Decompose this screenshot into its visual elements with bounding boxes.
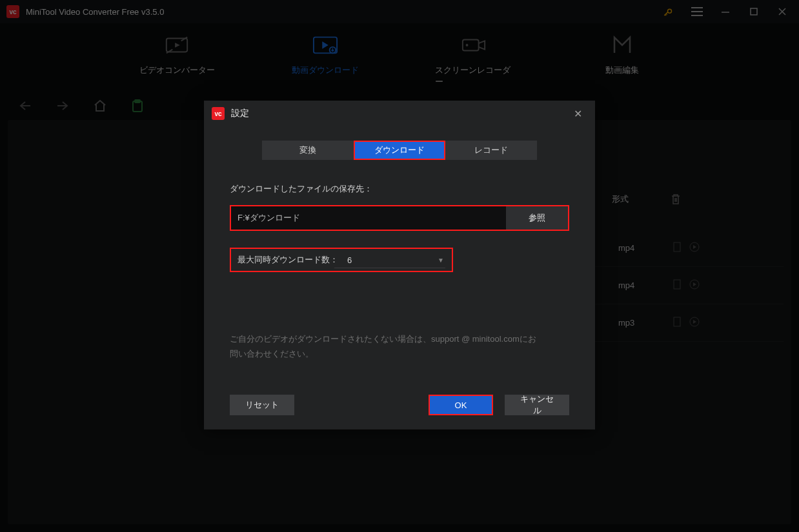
main-nav: ビデオコンバーター 動画ダウンロード スクリーンレコーダー 動画編集 [0, 23, 799, 92]
forward-icon[interactable] [56, 99, 70, 113]
svg-marker-2 [175, 43, 180, 48]
svg-marker-18 [693, 320, 696, 324]
svg-rect-13 [674, 280, 680, 289]
dialog-header: vc 設定 ✕ [204, 101, 595, 126]
dialog-footer: リセット OK キャンセル [230, 395, 569, 415]
svg-rect-10 [674, 242, 680, 251]
col-format: 形式 [612, 193, 651, 217]
nav-editor[interactable]: 動画編集 [583, 35, 661, 92]
play-circle-icon[interactable] [689, 317, 700, 329]
nav-recorder[interactable]: スクリーンレコーダー [435, 35, 512, 92]
app-title: MiniTool Video Converter Free v3.5.0 [26, 7, 164, 17]
maximize-icon[interactable] [740, 0, 768, 23]
title-bar: vc MiniTool Video Converter Free v3.5.0 [0, 0, 799, 23]
svg-rect-0 [751, 8, 757, 15]
reset-button[interactable]: リセット [230, 395, 294, 415]
dialog-logo-icon: vc [212, 107, 225, 120]
recorder-icon [461, 35, 487, 55]
cancel-button[interactable]: キャンセル [505, 395, 569, 415]
dialog-tabs: 変換 ダウンロード レコード [204, 141, 595, 160]
nav-recorder-label: スクリーンレコーダー [435, 64, 512, 88]
nav-editor-label: 動画編集 [605, 64, 639, 76]
home-icon[interactable] [93, 99, 107, 113]
editor-icon [609, 35, 635, 55]
settings-dialog: vc 設定 ✕ 変換 ダウンロード レコード ダウンロードしたファイルの保存先：… [204, 101, 595, 429]
back-icon[interactable] [18, 99, 32, 113]
nav-converter-label: ビデオコンバーター [139, 64, 215, 76]
file-icon[interactable] [673, 317, 683, 329]
nav-download[interactable]: 動画ダウンロード [287, 35, 364, 92]
file-icon[interactable] [673, 279, 683, 291]
hamburger-icon[interactable] [683, 0, 711, 23]
app-logo-icon: vc [6, 5, 19, 18]
max-downloads-label: 最大同時ダウンロード数： [238, 254, 338, 266]
svg-rect-6 [463, 39, 479, 50]
play-circle-icon[interactable] [689, 279, 700, 291]
svg-marker-4 [322, 41, 329, 48]
minimize-icon[interactable] [711, 0, 740, 23]
dialog-close-icon[interactable]: ✕ [568, 104, 587, 123]
close-icon[interactable] [768, 0, 796, 23]
support-note: ご自分のビデオがダウンロードされたくない場合は、support @ minito… [230, 331, 569, 362]
trash-icon[interactable] [666, 193, 685, 217]
nav-converter[interactable]: ビデオコンバーター [138, 35, 216, 92]
save-path-row: 参照 [230, 205, 569, 231]
dialog-title: 設定 [231, 108, 249, 119]
save-path-label: ダウンロードしたファイルの保存先： [230, 183, 569, 195]
max-downloads-value: 6 [347, 255, 352, 265]
max-downloads-dropdown[interactable]: 最大同時ダウンロード数： 6 ▼ [230, 248, 453, 272]
svg-marker-12 [693, 245, 696, 249]
tab-download[interactable]: ダウンロード [354, 141, 445, 160]
download-icon [312, 35, 338, 55]
save-path-input[interactable] [231, 206, 506, 230]
chevron-down-icon: ▼ [438, 257, 444, 264]
svg-point-7 [466, 44, 469, 46]
svg-marker-15 [693, 282, 696, 286]
dialog-body: ダウンロードしたファイルの保存先： 参照 最大同時ダウンロード数： 6 ▼ ご自… [204, 160, 595, 362]
browse-button[interactable]: 参照 [506, 206, 568, 230]
converter-icon [164, 35, 190, 55]
ok-button[interactable]: OK [429, 395, 493, 415]
tab-convert[interactable]: 変換 [262, 141, 354, 160]
nav-download-label: 動画ダウンロード [292, 64, 359, 76]
svg-rect-16 [674, 317, 680, 326]
tab-record[interactable]: レコード [445, 141, 537, 160]
key-icon[interactable] [654, 0, 683, 23]
play-circle-icon[interactable] [689, 242, 700, 254]
clipboard-icon[interactable] [130, 99, 145, 113]
file-icon[interactable] [673, 242, 683, 254]
